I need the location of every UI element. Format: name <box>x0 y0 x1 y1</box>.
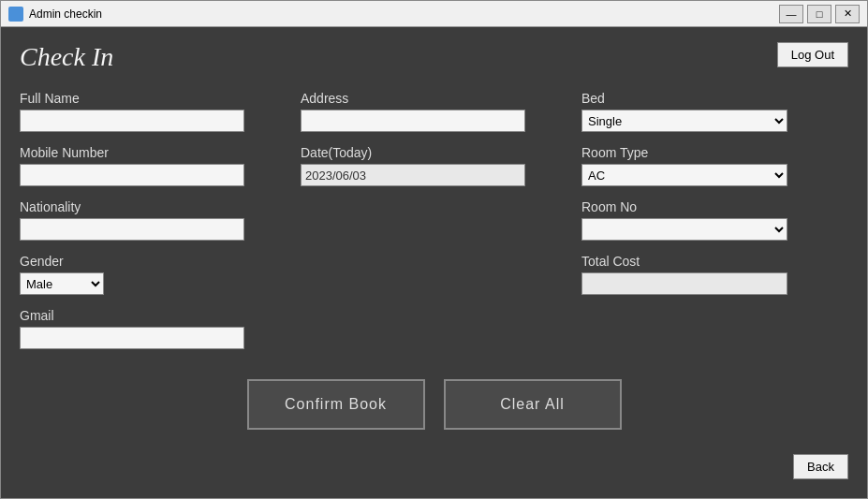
bed-label: Bed <box>581 91 787 106</box>
total-cost-input <box>581 272 787 295</box>
bed-group: Bed Single Double Triple <box>581 91 787 132</box>
room-no-group: Room No <box>581 199 787 241</box>
window-title: Admin checkin <box>29 7 779 21</box>
main-window: Admin checkin — □ ✕ Check In Log Out Ful… <box>0 0 868 499</box>
full-name-input[interactable] <box>20 110 244 132</box>
buttons-col2 <box>301 308 525 362</box>
gmail-group: Gmail <box>20 308 244 349</box>
total-cost-group: Total Cost <box>581 254 787 295</box>
maximize-button[interactable]: □ <box>807 5 831 23</box>
logout-button[interactable]: Log Out <box>777 42 848 67</box>
room-type-label: Room Type <box>581 145 787 160</box>
room-type-select[interactable]: AC Non-AC <box>581 164 787 186</box>
content-area: Check In Log Out Full Name Address Bed S… <box>1 27 867 498</box>
page-title: Check In <box>20 42 113 72</box>
address-input[interactable] <box>301 110 525 132</box>
nationality-label: Nationality <box>20 199 244 214</box>
date-label: Date(Today) <box>301 145 525 160</box>
empty-col2-row3 <box>301 199 525 241</box>
button-row: Confirm Book Clear All <box>20 379 848 430</box>
gmail-label: Gmail <box>20 308 244 323</box>
mobile-input[interactable] <box>20 164 244 186</box>
close-button[interactable]: ✕ <box>835 5 860 23</box>
mobile-group: Mobile Number <box>20 145 244 186</box>
app-icon <box>8 7 23 22</box>
bed-select[interactable]: Single Double Triple <box>581 110 787 132</box>
address-group: Address <box>301 91 525 132</box>
minimize-button[interactable]: — <box>779 5 803 23</box>
mobile-label: Mobile Number <box>20 145 244 160</box>
form-grid: Full Name Address Bed Single Double Trip… <box>20 91 848 362</box>
nationality-input[interactable] <box>20 218 244 241</box>
gender-group: Gender Male Female Other <box>20 254 244 295</box>
date-input <box>301 164 525 186</box>
clear-all-button[interactable]: Clear All <box>444 379 622 430</box>
back-button[interactable]: Back <box>793 454 848 479</box>
title-bar: Admin checkin — □ ✕ <box>1 1 867 27</box>
header: Check In Log Out <box>20 42 848 72</box>
address-label: Address <box>301 91 525 106</box>
gender-label: Gender <box>20 254 244 269</box>
gender-select[interactable]: Male Female Other <box>20 272 104 295</box>
empty-col2-row4 <box>301 254 525 295</box>
full-name-label: Full Name <box>20 91 244 106</box>
room-no-label: Room No <box>581 199 787 214</box>
confirm-book-button[interactable]: Confirm Book <box>247 379 425 430</box>
full-name-group: Full Name <box>20 91 244 132</box>
room-no-select[interactable] <box>581 218 787 241</box>
total-cost-label: Total Cost <box>581 254 787 269</box>
gmail-input[interactable] <box>20 327 244 349</box>
nationality-group: Nationality <box>20 199 244 241</box>
window-controls: — □ ✕ <box>779 5 860 23</box>
room-type-group: Room Type AC Non-AC <box>581 145 787 186</box>
date-group: Date(Today) <box>301 145 525 186</box>
